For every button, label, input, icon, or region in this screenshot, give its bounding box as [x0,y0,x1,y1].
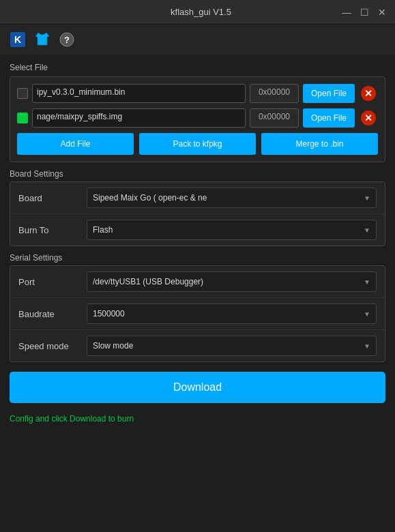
port-select[interactable]: /dev/ttyUSB1 (USB Debugger) ▼ [87,271,377,292]
status-text: Config and click Download to burn [10,414,134,424]
board-select[interactable]: Sipeed Maix Go ( open-ec & ne ▼ [87,188,377,208]
toolbar: K ? [0,25,395,55]
maximize-button[interactable]: ☐ [358,6,370,18]
action-row: Add File Pack to kfpkg Merge to .bin [17,133,378,155]
burn-to-select[interactable]: Flash ▼ [87,220,377,240]
minimize-button[interactable]: — [340,6,353,18]
port-key: Port [18,277,87,287]
board-settings-section: Board Sipeed Maix Go ( open-ec & ne ▼ Bu… [10,181,385,246]
merge-button[interactable]: Merge to .bin [261,133,378,155]
baudrate-value: 1500000 [93,309,125,319]
file-row-1: ipy_v0.3.0_minimum.bin 0x00000 Open File… [17,84,378,103]
speed-mode-chevron-icon: ▼ [364,342,370,350]
burn-to-key: Burn To [18,225,87,235]
main-content: Select File ipy_v0.3.0_minimum.bin 0x000… [0,55,395,411]
remove-btn-1[interactable]: ✕ [359,84,378,103]
baudrate-select[interactable]: 1500000 ▼ [87,304,377,324]
svg-text:K: K [14,34,21,45]
speed-mode-select[interactable]: Slow mode ▼ [87,336,377,356]
file-input-1[interactable]: ipy_v0.3.0_minimum.bin [32,84,246,103]
add-file-button[interactable]: Add File [17,133,134,155]
burn-to-chevron-icon: ▼ [364,226,370,234]
file-checkbox-2[interactable] [17,113,28,123]
remove-btn-2[interactable]: ✕ [359,108,378,128]
open-file-btn-1[interactable]: Open File [303,84,355,103]
burn-to-value: Flash [93,225,113,235]
close-button[interactable]: ✕ [376,6,388,18]
burn-to-row: Burn To Flash ▼ [10,214,385,246]
serial-settings-label: Serial Settings [10,253,385,263]
window-title: kflash_gui V1.5 [61,7,340,17]
port-value: /dev/ttyUSB1 (USB Debugger) [93,277,203,286]
baudrate-chevron-icon: ▼ [364,310,370,318]
help-icon[interactable]: ? [57,30,76,49]
board-chevron-icon: ▼ [364,194,370,202]
open-file-btn-2[interactable]: Open File [303,108,355,128]
remove-icon-1: ✕ [361,86,376,101]
speed-mode-key: Speed mode [18,341,87,351]
speed-mode-value: Slow mode [93,341,133,351]
speed-mode-row: Speed mode Slow mode ▼ [10,330,385,361]
file-input-2[interactable]: nage/maixpy_spiffs.img [32,108,246,128]
board-value: Sipeed Maix Go ( open-ec & ne [93,193,207,203]
port-row: Port /dev/ttyUSB1 (USB Debugger) ▼ [10,266,385,298]
file-row-2: nage/maixpy_spiffs.img 0x00000 Open File… [17,108,378,128]
pack-button[interactable]: Pack to kfpkg [139,133,256,155]
download-button[interactable]: Download [10,372,385,403]
status-bar: Config and click Download to burn [0,411,395,426]
file-section-box: ipy_v0.3.0_minimum.bin 0x00000 Open File… [10,76,385,162]
addr-input-2[interactable]: 0x00000 [250,108,299,128]
logo-icon[interactable]: K [8,30,27,49]
board-row: Board Sipeed Maix Go ( open-ec & ne ▼ [10,182,385,214]
serial-settings-section: Port /dev/ttyUSB1 (USB Debugger) ▼ Baudr… [10,265,385,362]
addr-input-1[interactable]: 0x00000 [250,84,299,103]
board-settings-label: Board Settings [10,169,385,179]
shirt-icon[interactable] [33,30,52,49]
remove-icon-2: ✕ [361,110,376,125]
svg-text:?: ? [64,35,70,45]
baudrate-row: Baudrate 1500000 ▼ [10,298,385,330]
board-key: Board [18,193,87,203]
title-bar: kflash_gui V1.5 — ☐ ✕ [0,0,395,25]
window-controls: — ☐ ✕ [340,6,388,18]
file-checkbox-1[interactable] [17,88,28,99]
file-section-label: Select File [10,63,385,72]
port-chevron-icon: ▼ [364,278,370,286]
baudrate-key: Baudrate [18,309,87,319]
